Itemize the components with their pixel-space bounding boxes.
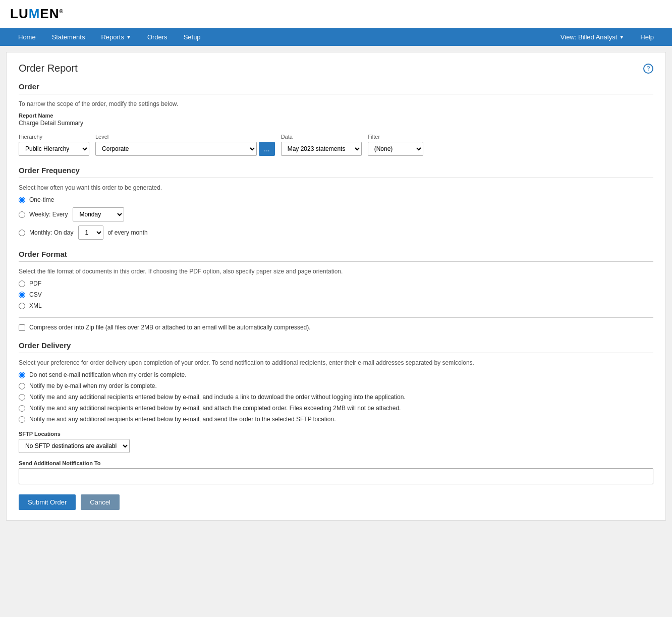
level-label: Level [95, 134, 275, 140]
del-attach-label: Notify me and any additional recipients … [29, 405, 401, 412]
nav-right: View: Billed Analyst ▼ Help [552, 28, 662, 46]
delivery-description: Select your preference for order deliver… [19, 359, 653, 366]
nav-orders[interactable]: Orders [139, 28, 176, 46]
del-sftp-radio[interactable] [19, 416, 25, 423]
freq-weekly-row: Weekly: Every MondayTuesdayWednesdayThur… [19, 207, 653, 221]
frequency-divider [19, 178, 653, 178]
logo: LUMEN® [10, 6, 662, 22]
fmt-xml-row: XML [19, 302, 653, 309]
top-header: LUMEN® [0, 0, 672, 28]
button-row: Submit Order Cancel [19, 494, 653, 510]
data-label: Data [281, 134, 362, 140]
freq-monthly-row: Monthly: On day 12345 of every month [19, 226, 653, 240]
del-link-radio[interactable] [19, 394, 25, 401]
fmt-csv-row: CSV [19, 291, 653, 298]
order-format-title: Order Format [19, 250, 653, 258]
monthly-suffix: of every month [107, 229, 147, 236]
freq-monthly-label: Monthly: On day [29, 229, 73, 236]
nav-left: Home Statements Reports ▼ Orders Setup [10, 28, 209, 46]
fmt-pdf-radio[interactable] [19, 281, 25, 287]
hierarchy-select[interactable]: Public Hierarchy [19, 142, 89, 156]
compress-row: Compress order into Zip file (all files … [19, 324, 653, 331]
dots-button[interactable]: ... [259, 142, 275, 156]
filter-select[interactable]: (None) [368, 142, 423, 156]
del-attach-radio[interactable] [19, 405, 25, 412]
freq-weekly-label: Weekly: Every [29, 211, 68, 218]
logo-accent: M [29, 6, 40, 21]
order-format-section: Order Format Select the file format of d… [19, 250, 653, 331]
freq-monthly-radio[interactable] [19, 230, 25, 236]
freq-weekly-radio[interactable] [19, 211, 25, 218]
order-frequency-section: Order Frequency Select how often you wan… [19, 166, 653, 240]
del-none-label: Do not send e-mail notification when my … [29, 371, 186, 378]
sftp-label: SFTP Locations [19, 431, 653, 437]
nav-help[interactable]: Help [632, 28, 662, 46]
nav-bar: Home Statements Reports ▼ Orders Setup V… [0, 28, 672, 46]
fmt-csv-radio[interactable] [19, 292, 25, 298]
data-group: Data May 2023 statements [281, 134, 362, 156]
nav-reports[interactable]: Reports ▼ [93, 28, 139, 46]
del-notify-radio[interactable] [19, 383, 25, 389]
del-link-row: Notify me and any additional recipients … [19, 394, 653, 401]
compress-checkbox[interactable] [19, 324, 25, 331]
delivery-divider [19, 353, 653, 353]
order-description: To narrow the scope of the order, modify… [19, 100, 653, 107]
filter-group: Filter (None) [368, 134, 423, 156]
format-description: Select the file format of documents in t… [19, 268, 653, 275]
frequency-radio-group: One-time Weekly: Every MondayTuesdayWedn… [19, 196, 653, 240]
frequency-description: Select how often you want this order to … [19, 184, 653, 191]
del-sftp-row: Notify me and any additional recipients … [19, 416, 653, 423]
freq-onetime-label: One-time [29, 196, 54, 203]
del-none-row: Do not send e-mail notification when my … [19, 371, 653, 378]
fmt-xml-radio[interactable] [19, 303, 25, 309]
order-section-title: Order [19, 82, 653, 91]
hierarchy-label: Hierarchy [19, 134, 89, 140]
order-delivery-section: Order Delivery Select your preference fo… [19, 341, 653, 484]
del-notify-row: Notify me by e-mail when my order is com… [19, 382, 653, 389]
format-radio-group: PDF CSV XML [19, 280, 653, 309]
weekly-day-select[interactable]: MondayTuesdayWednesdayThursdayFridaySatu… [73, 207, 124, 221]
data-select[interactable]: May 2023 statements [281, 142, 362, 156]
filter-label: Filter [368, 134, 423, 140]
nav-home[interactable]: Home [10, 28, 44, 46]
freq-onetime-row: One-time [19, 196, 653, 203]
nav-view[interactable]: View: Billed Analyst ▼ [552, 28, 632, 46]
level-group: Level Corporate ... [95, 134, 275, 156]
order-delivery-title: Order Delivery [19, 341, 653, 350]
del-sftp-label: Notify me and any additional recipients … [29, 416, 335, 423]
delivery-radio-group: Do not send e-mail notification when my … [19, 371, 653, 423]
freq-onetime-radio[interactable] [19, 197, 25, 203]
view-caret: ▼ [619, 34, 624, 40]
report-name-label: Report Name [19, 113, 653, 119]
hierarchy-group: Hierarchy Public Hierarchy [19, 134, 89, 156]
nav-setup[interactable]: Setup [176, 28, 209, 46]
reports-caret: ▼ [126, 34, 131, 40]
cancel-button[interactable]: Cancel [81, 494, 119, 510]
format-divider [19, 261, 653, 262]
order-section: Order To narrow the scope of the order, … [19, 82, 653, 156]
page-title: Order Report [19, 63, 78, 74]
order-frequency-title: Order Frequency [19, 166, 653, 175]
submit-order-button[interactable]: Submit Order [19, 494, 76, 510]
del-attach-row: Notify me and any additional recipients … [19, 405, 653, 412]
main-content: Order Report ? Order To narrow the scope… [6, 52, 666, 521]
addl-notification-label: Send Additional Notification To [19, 460, 653, 466]
fmt-xml-label: XML [29, 302, 42, 309]
hierarchy-row: Hierarchy Public Hierarchy Level Corpora… [19, 134, 653, 156]
level-select[interactable]: Corporate [95, 142, 257, 156]
del-none-radio[interactable] [19, 372, 25, 378]
compress-divider [19, 317, 653, 318]
del-link-label: Notify me and any additional recipients … [29, 394, 406, 401]
monthly-day-select[interactable]: 12345 [78, 226, 103, 240]
fmt-pdf-label: PDF [29, 280, 41, 287]
sftp-select[interactable]: No SFTP destinations are available [19, 439, 130, 453]
del-notify-label: Notify me by e-mail when my order is com… [29, 382, 157, 389]
addl-notification-input[interactable] [19, 468, 653, 484]
fmt-pdf-row: PDF [19, 280, 653, 287]
page-title-row: Order Report ? [19, 63, 653, 74]
fmt-csv-label: CSV [29, 291, 42, 298]
order-divider [19, 94, 653, 94]
compress-label: Compress order into Zip file (all files … [29, 324, 311, 331]
help-icon[interactable]: ? [643, 64, 653, 74]
nav-statements[interactable]: Statements [44, 28, 93, 46]
